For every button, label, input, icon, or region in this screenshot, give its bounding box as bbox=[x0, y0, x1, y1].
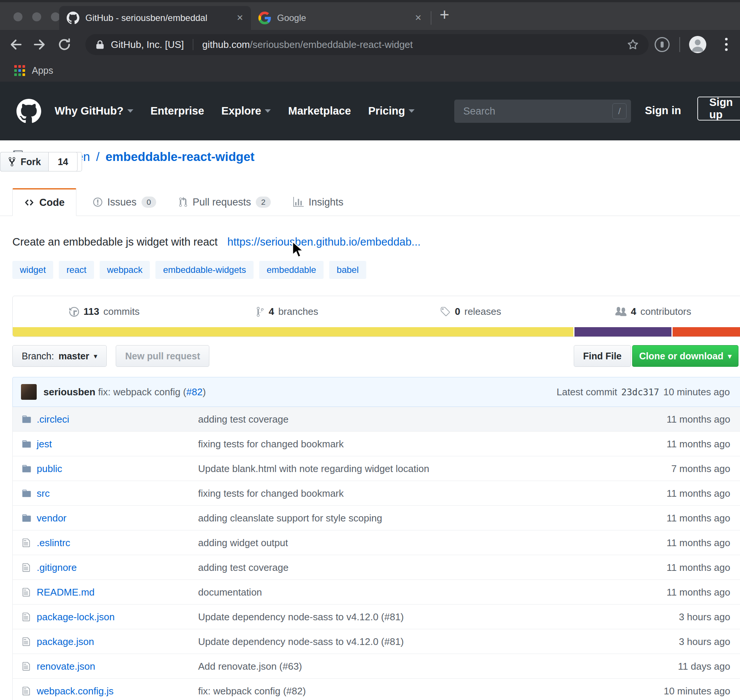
sign-up-button[interactable]: Sign up bbox=[697, 97, 740, 121]
commit-message-link[interactable]: fixing tests for changed bookmark bbox=[198, 438, 344, 450]
window-controls bbox=[13, 12, 60, 21]
tab-issues[interactable]: Issues 0 bbox=[82, 188, 168, 216]
stat-contributors[interactable]: 4contributors bbox=[562, 306, 740, 317]
git-branch-icon bbox=[256, 306, 264, 317]
gh-nav-item-label: Enterprise bbox=[151, 105, 204, 117]
commit-message-link[interactable]: Update blank.html with note regarding wi… bbox=[198, 463, 429, 474]
commit-message-link[interactable]: Update dependency node-sass to v4.12.0 (… bbox=[198, 636, 404, 647]
topic-react[interactable]: react bbox=[59, 261, 94, 279]
stat-commits[interactable]: 113commits bbox=[13, 306, 196, 317]
commit-author-link[interactable]: seriousben bbox=[43, 386, 95, 398]
browser-menu-icon[interactable] bbox=[725, 38, 728, 51]
file-name-link[interactable]: .eslintrc bbox=[37, 537, 70, 548]
commit-message-link[interactable]: Update dependency node-sass to v4.12.0 (… bbox=[198, 611, 404, 623]
file-name-link[interactable]: .circleci bbox=[37, 413, 69, 425]
commit-message-suffix: ) bbox=[203, 386, 206, 398]
file-name-link[interactable]: public bbox=[37, 463, 62, 474]
commit-message-link[interactable]: adding cleanslate support for style scop… bbox=[198, 512, 382, 524]
browser-tab-github[interactable]: GitHub - seriousben/embeddal ✕ bbox=[59, 6, 251, 30]
gh-nav-item-explore[interactable]: Explore bbox=[221, 105, 271, 117]
file-name-link[interactable]: package-lock.json bbox=[37, 611, 115, 623]
commit-sha-link[interactable]: 23dc317 bbox=[621, 387, 659, 398]
clone-or-download-button[interactable]: Clone or download ▾ bbox=[632, 345, 739, 367]
gh-nav-item-why-github[interactable]: Why GitHub? bbox=[55, 105, 133, 117]
fork-button[interactable]: Fork bbox=[0, 152, 49, 171]
repo-website-link[interactable]: https://seriousben.github.io/embeddab... bbox=[227, 236, 421, 248]
commit-message-link[interactable]: adding widget output bbox=[198, 537, 288, 548]
file-name-link[interactable]: webpack.config.js bbox=[37, 685, 113, 697]
stat-label: releases bbox=[464, 306, 501, 317]
language-segment[interactable] bbox=[574, 327, 671, 337]
gh-nav-item-pricing[interactable]: Pricing bbox=[368, 105, 415, 117]
commit-text: seriousben fix: webpack config (#82) bbox=[43, 386, 206, 398]
file-icon bbox=[22, 661, 31, 671]
latest-commit-label: Latest commit bbox=[556, 386, 617, 398]
reload-icon[interactable] bbox=[56, 36, 73, 53]
close-window-button[interactable] bbox=[13, 12, 22, 21]
commit-message-link[interactable]: adding test coverage bbox=[198, 561, 288, 573]
topic-embeddable[interactable]: embeddable bbox=[259, 261, 324, 279]
commit-message-link[interactable]: fixing tests for changed bookmark bbox=[198, 487, 344, 499]
commit-message-link[interactable]: adding test coverage bbox=[198, 413, 288, 425]
language-segment[interactable] bbox=[13, 327, 573, 337]
apps-grid-icon[interactable] bbox=[14, 65, 25, 76]
tab-insights[interactable]: Insights bbox=[282, 188, 355, 216]
github-logo-icon[interactable] bbox=[16, 99, 41, 124]
folder-icon bbox=[22, 439, 31, 449]
file-icon bbox=[22, 563, 31, 572]
url-bar[interactable]: GitHub, Inc. [US] github.com /seriousben… bbox=[85, 34, 649, 55]
stat-releases[interactable]: 0releases bbox=[379, 306, 562, 317]
browser-profile-avatar[interactable] bbox=[689, 36, 706, 53]
gh-nav-item-label: Explore bbox=[221, 105, 261, 117]
fork-count[interactable]: 14 bbox=[49, 152, 78, 171]
find-file-button[interactable]: Find File bbox=[574, 345, 631, 367]
stat-branches[interactable]: 4branches bbox=[196, 306, 379, 317]
language-segment[interactable] bbox=[673, 327, 740, 337]
file-name-link[interactable]: README.md bbox=[37, 586, 95, 598]
tab-close-icon[interactable]: ✕ bbox=[237, 13, 243, 23]
gh-nav-item-marketplace[interactable]: Marketplace bbox=[288, 105, 351, 117]
topic-embeddable-widgets[interactable]: embeddable-widgets bbox=[155, 261, 253, 279]
back-icon[interactable] bbox=[7, 36, 24, 53]
branch-selector[interactable]: Branch: master ▾ bbox=[12, 345, 107, 367]
extension-icon[interactable] bbox=[655, 37, 670, 52]
file-name-link[interactable]: .gitignore bbox=[37, 561, 77, 573]
gh-nav-item-enterprise[interactable]: Enterprise bbox=[151, 105, 204, 117]
file-age: 11 months ago bbox=[667, 413, 730, 425]
table-row: renovate.jsonAdd renovate.json (#63)11 d… bbox=[13, 654, 740, 679]
commit-message-link[interactable]: documentation bbox=[198, 586, 262, 598]
sign-in-link[interactable]: Sign in bbox=[645, 104, 681, 117]
tab-close-icon[interactable]: ✕ bbox=[415, 13, 422, 23]
tab-issues-label: Issues bbox=[107, 197, 137, 208]
file-name-link[interactable]: vendor bbox=[37, 512, 67, 524]
table-row: srcfixing tests for changed bookmark11 m… bbox=[13, 481, 740, 506]
topic-babel[interactable]: babel bbox=[329, 261, 366, 279]
search-input[interactable] bbox=[454, 100, 631, 123]
commit-message-link[interactable]: fix: webpack config (#82) bbox=[198, 685, 306, 697]
new-tab-button[interactable]: + bbox=[440, 5, 449, 24]
minimize-window-button[interactable] bbox=[32, 12, 41, 21]
topic-webpack[interactable]: webpack bbox=[100, 261, 150, 279]
commit-issue-link[interactable]: #82 bbox=[186, 386, 203, 398]
file-name-link[interactable]: renovate.json bbox=[37, 660, 95, 672]
new-pull-request-button[interactable]: New pull request bbox=[116, 345, 209, 367]
browser-tab-google[interactable]: Google ✕ bbox=[251, 6, 429, 30]
bookmark-star-icon[interactable] bbox=[627, 39, 639, 51]
file-name-link[interactable]: jest bbox=[37, 438, 52, 450]
commit-message-link[interactable]: Add renovate.json (#63) bbox=[198, 660, 302, 672]
topic-widget[interactable]: widget bbox=[12, 261, 53, 279]
tab-code-label: Code bbox=[39, 197, 65, 209]
maximize-window-button[interactable] bbox=[51, 12, 60, 21]
apps-label[interactable]: Apps bbox=[32, 65, 53, 76]
file-icon bbox=[22, 612, 31, 622]
tab-pull-requests[interactable]: Pull requests 2 bbox=[167, 188, 282, 216]
forward-icon[interactable] bbox=[31, 36, 48, 53]
history-icon bbox=[69, 306, 79, 317]
file-name-link[interactable]: src bbox=[37, 487, 50, 499]
repo-name-link[interactable]: embeddable-react-widget bbox=[106, 150, 255, 164]
language-bar[interactable] bbox=[13, 327, 740, 337]
file-name-link[interactable]: package.json bbox=[37, 636, 94, 647]
avatar[interactable] bbox=[21, 384, 37, 400]
tab-title: GitHub - seriousben/embeddal bbox=[85, 13, 231, 23]
tab-code[interactable]: Code bbox=[12, 188, 76, 216]
